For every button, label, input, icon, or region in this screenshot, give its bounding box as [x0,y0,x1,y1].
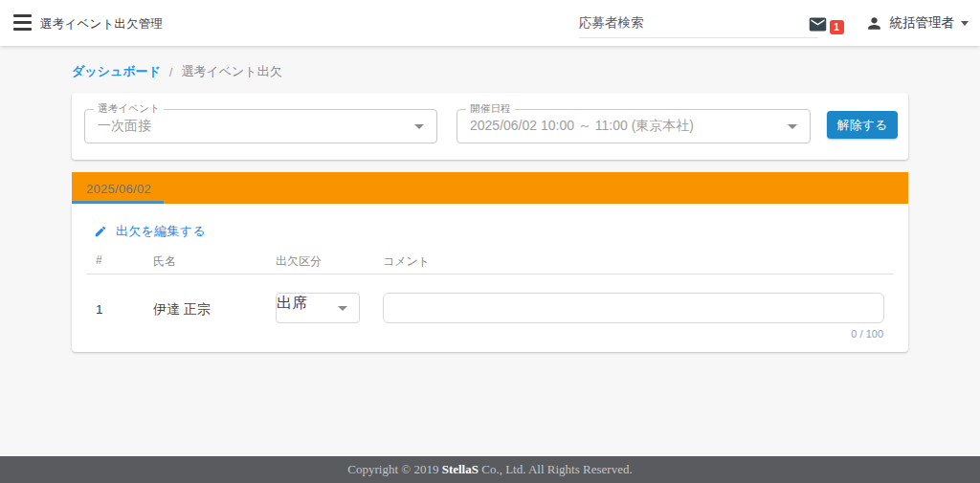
app-title: 選考イベント出欠管理 [40,16,163,33]
schedule-select-value: 2025/06/02 10:00 ～ 11:00 (東京本社) [470,118,694,135]
mail-button[interactable]: 1 [808,11,844,34]
schedule-select[interactable]: 開催日程 2025/06/02 10:00 ～ 11:00 (東京本社) [457,109,811,143]
pencil-icon [94,225,107,238]
column-header-index: # [96,253,102,267]
mail-icon [808,11,828,34]
applicant-search-input[interactable] [579,11,818,38]
brand-name: StellaS [442,462,479,476]
column-header-status: 出欠区分 [276,253,322,270]
user-menu[interactable]: 統括管理者 [865,14,969,33]
row-applicant-name: 伊達 正宗 [153,301,211,318]
breadcrumb-current: 選考イベント出欠 [181,63,281,80]
row-index: 1 [96,302,103,317]
attendance-status-value: 出席 [277,295,307,311]
edit-attendance-link[interactable]: 出欠を編集する [94,223,206,240]
attendance-card: 出欠を編集する # 氏名 出欠区分 コメント 1 伊達 正宗 出席 0 / 10… [72,204,908,352]
app-window: 選考イベント出欠管理 1 統括管理者 ダッシュボード / 選考イベント出欠 [0,0,980,483]
notification-badge: 1 [830,20,844,34]
dropdown-caret-icon [414,124,424,129]
tab-date-active[interactable]: 2025/06/02 [72,172,164,204]
dropdown-caret-icon [338,306,347,311]
user-name: 統括管理者 [890,14,955,32]
appbar-actions: 1 統括管理者 [808,0,969,46]
release-button[interactable]: 解除する [827,111,898,139]
user-icon [865,14,883,33]
event-filter-card: 選考イベント 一次面接 開催日程 2025/06/02 10:00 ～ 11:0… [72,93,908,160]
attendance-status-select[interactable]: 出席 [276,293,360,323]
comment-char-counter: 0 / 100 [851,328,883,340]
breadcrumb-separator: / [169,65,173,79]
event-select-label: 選考イベント [94,102,164,116]
column-header-comment: コメント [383,253,430,270]
menu-icon[interactable] [13,14,32,31]
date-tab-bar: 2025/06/02 [72,172,908,204]
top-app-bar: 選考イベント出欠管理 1 統括管理者 [0,0,980,46]
edit-attendance-label: 出欠を編集する [116,223,206,240]
copyright-text: Copyright © 2019 StellaS Co., Ltd. All R… [347,462,632,477]
breadcrumb-dashboard-link[interactable]: ダッシュボード [72,63,161,80]
column-header-name: 氏名 [153,253,176,270]
event-select-value: 一次面接 [98,118,151,135]
event-select[interactable]: 選考イベント 一次面接 [84,109,437,143]
dropdown-caret-icon [788,124,797,129]
tab-date-label: 2025/06/02 [86,182,151,196]
applicant-search [579,11,818,38]
chevron-down-icon [961,21,969,26]
comment-input[interactable] [383,293,884,323]
breadcrumb: ダッシュボード / 選考イベント出欠 [72,63,282,80]
header-divider [86,274,894,274]
page-footer: Copyright © 2019 StellaS Co., Ltd. All R… [0,456,980,483]
schedule-select-label: 開催日程 [466,102,515,116]
